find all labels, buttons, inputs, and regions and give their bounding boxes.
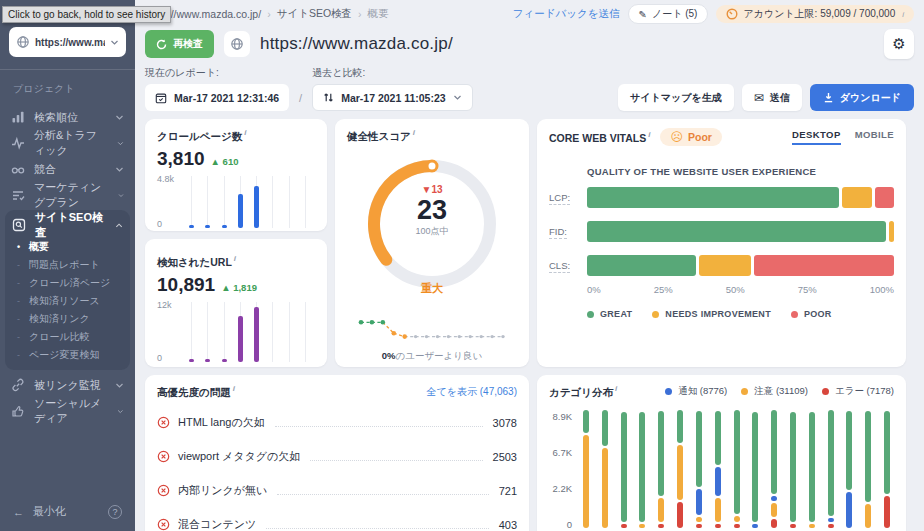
cwv-subtitle: QUALITY OF THE WEBSITE USER EXPERIENCE (587, 166, 894, 177)
sidebar-section-label: プロジェクト (0, 70, 135, 104)
category-segment (602, 448, 608, 527)
sidebar-subitem-検知済リソース[interactable]: -検知済リソース (5, 292, 130, 310)
sidebar-item-ソーシャルメディア[interactable]: ソーシャルメディア (0, 398, 135, 424)
sidebar-item-分析&トラフィック[interactable]: 分析&トラフィック (0, 130, 135, 156)
legend-dot (822, 388, 829, 395)
sidebar-subitem-クロール済ページ[interactable]: -クロール済ページ (5, 274, 130, 292)
category-segment (715, 498, 721, 522)
sidebar-item-競合[interactable]: 競合 (0, 156, 135, 182)
issue-row[interactable]: 内部リンクが無い721 (157, 474, 517, 508)
tab-mobile[interactable]: MOBILE (855, 129, 894, 145)
help-icon[interactable]: ? (108, 505, 122, 519)
cwv-segment-poor (754, 255, 894, 276)
view-all-link[interactable]: 全てを表示 (47,063) (427, 385, 518, 399)
send-label: 送信 (770, 91, 790, 105)
issue-row[interactable]: viewport メタタグの欠如2503 (157, 440, 517, 474)
legend-item: NEEDS IMPROVEMENT (652, 309, 771, 319)
breadcrumb-section[interactable]: サイトSEO検査 (277, 7, 352, 21)
audited-url: https://www.mazda.co.jp/ (260, 34, 453, 54)
sidebar-item-サイトSEO検査[interactable]: サイトSEO検査 (5, 212, 130, 238)
sidebar-subitem-クロール比較[interactable]: -クロール比較 (5, 328, 130, 346)
tab-desktop[interactable]: DESKTOP (792, 129, 841, 145)
minimize-button[interactable]: 最小化 (33, 504, 66, 519)
gridline (305, 302, 306, 362)
cwv-status-badge: ☹ Poor (660, 128, 721, 146)
issue-row[interactable]: HTML langの欠如3078 (157, 406, 517, 440)
generate-sitemap-button[interactable]: サイトマップを生成 (618, 84, 734, 111)
chart-bar (205, 225, 210, 227)
send-feedback-link[interactable]: フィードバックを送信 (513, 7, 620, 21)
high-priority-issues-card: 高優先度の問題i 全てを表示 (47,063) HTML langの欠如3078… (145, 375, 529, 531)
compare-report-value: Mar-17 2021 11:05:23 (341, 92, 446, 104)
sidebar-subitem-概要[interactable]: •概要 (5, 238, 130, 256)
issue-label: HTML langの欠如 (178, 415, 265, 430)
category-segment (734, 410, 740, 514)
download-button[interactable]: ダウンロード (810, 84, 914, 111)
sidebar-item-検索順位[interactable]: 検索順位 (0, 104, 135, 130)
gridline (289, 302, 290, 362)
reaudit-button[interactable]: 再検査 (145, 30, 214, 58)
settings-button[interactable]: ⚙ (884, 29, 914, 59)
pencil-icon: ✎ (639, 9, 647, 20)
crawled-pages-delta: ▲ 610 (211, 156, 239, 167)
category-segment (658, 411, 664, 496)
category-bar (658, 410, 664, 528)
backlinks-icon (11, 378, 25, 392)
category-segment (696, 517, 702, 522)
y-axis-max: 12k (157, 300, 172, 310)
health-score-outof: 100点中 (360, 225, 504, 238)
bullet-icon: - (17, 277, 21, 289)
sidebar-subitem-label: クロール比較 (29, 331, 90, 343)
health-percentile: 0%のユーザーより良い (356, 350, 508, 363)
cwv-segment-poor (875, 187, 893, 208)
sidebar-subitem-問題点レポート[interactable]: -問題点レポート (5, 256, 130, 274)
category-segment (658, 524, 664, 528)
category-segment (621, 524, 627, 528)
sidebar-subitem-ページ変更検知[interactable]: -ページ変更検知 (5, 346, 130, 364)
info-icon: i (233, 384, 235, 393)
y-tick: 6.7K (552, 447, 572, 458)
notes-button[interactable]: ✎ ノート (5) (628, 4, 709, 24)
send-button[interactable]: ✉ 送信 (742, 84, 802, 111)
info-icon: i (244, 128, 246, 137)
gridline (207, 176, 208, 228)
site-favicon (224, 31, 250, 57)
issue-row[interactable]: 混合コンテンツ403 (157, 508, 517, 531)
sidebar-item-マーケティングプラン[interactable]: マーケティングプラン (0, 182, 135, 208)
category-segment (696, 411, 702, 488)
compare-report-select[interactable]: Mar-17 2021 11:05:23 (312, 84, 473, 111)
sidebar-item-被リンク監視[interactable]: 被リンク監視 (0, 372, 135, 398)
project-selector[interactable]: https://www.mazda.... (9, 27, 126, 57)
globe-icon (16, 35, 30, 49)
health-delta: ▼13 (360, 184, 504, 195)
gauge-icon (726, 8, 738, 20)
gridline (191, 176, 192, 228)
legend-item: エラー (7178) (822, 385, 894, 398)
legend-dot (665, 388, 672, 395)
chart-slot (287, 302, 293, 362)
current-report-select[interactable]: Mar-17 2021 12:31:46 (145, 84, 289, 111)
cwv-metric-label: LCP: (549, 192, 587, 203)
sidebar-item-label: 分析&トラフィック (34, 128, 108, 158)
bullet-icon: • (17, 241, 21, 253)
download-label: ダウンロード (840, 91, 901, 105)
category-bar (696, 410, 702, 528)
account-limit-badge[interactable]: アカウント上限: 59,009 / 700,000i (716, 5, 914, 23)
error-icon (157, 416, 170, 429)
compare-arrows-icon (323, 92, 334, 103)
sidebar-subitem-検知済リンク[interactable]: -検知済リンク (5, 310, 130, 328)
issue-count: 403 (499, 519, 517, 531)
category-segment (696, 524, 702, 528)
gridline (224, 302, 225, 362)
chart-slot (189, 302, 195, 362)
category-segment (828, 410, 834, 516)
category-bar (884, 410, 890, 528)
chevron-down-icon (110, 38, 119, 47)
chevron-up-icon (115, 221, 123, 230)
marketing-icon (11, 188, 25, 202)
chart-slot (287, 176, 293, 228)
found-urls-card: 検知されたURLi 10,891 ▲ 1,819 12k 0 (145, 239, 327, 367)
category-segment (752, 412, 758, 522)
cwv-bar-track (587, 221, 894, 242)
chart-slot (222, 176, 228, 228)
